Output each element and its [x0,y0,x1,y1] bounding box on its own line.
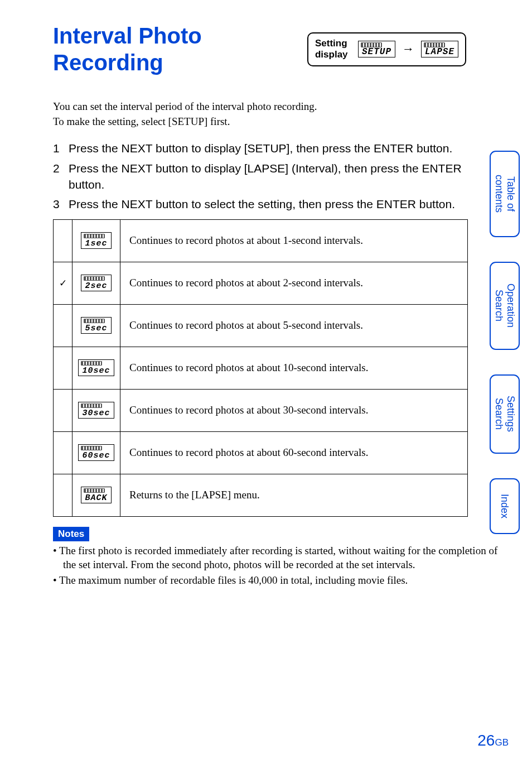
check-cell [54,219,72,262]
table-row: 5sec Continues to record photos at about… [54,304,468,347]
table-row: ✓ 2sec Continues to record photos at abo… [54,262,468,304]
lcd-cell: 60sec [72,431,120,474]
desc-cell: Continues to record photos at about 1-se… [120,219,468,262]
tab-operation-search[interactable]: Operation Search [490,262,520,350]
step-3: Press the NEXT button to select the sett… [53,196,499,212]
table-row: 10sec Continues to record photos at abou… [54,347,468,389]
lcd-cell: 30sec [72,389,120,431]
tab-index[interactable]: Index [490,478,520,534]
settings-table: 1sec Continues to record photos at about… [53,219,468,517]
steps-list: Press the NEXT button to display [SETUP]… [53,140,499,213]
lcd-cell: 10sec [72,347,120,389]
page-number: 26GB [477,732,509,749]
arrow-right-icon: → [402,42,414,56]
note-item: The maximum number of recordable files i… [53,573,499,588]
intro-text: You can set the interval period of the i… [53,99,499,129]
desc-cell: Returns to the [LAPSE] menu. [120,474,468,516]
check-cell [54,389,72,431]
lcd-cell: 5sec [72,304,120,347]
check-cell [54,474,72,516]
notes-label: Notes [53,527,89,541]
note-item: The first photo is recorded immediately … [53,544,499,572]
table-row: 60sec Continues to record photos at abou… [54,431,468,474]
desc-cell: Continues to record photos at about 2-se… [120,262,468,304]
check-cell: ✓ [54,262,72,304]
check-cell [54,431,72,474]
check-icon: ✓ [59,278,67,289]
step-1: Press the NEXT button to display [SETUP]… [53,140,499,156]
desc-cell: Continues to record photos at about 60-s… [120,431,468,474]
intro-line-1: You can set the interval period of the i… [53,99,499,114]
lcd-cell: 1sec [72,219,120,262]
check-cell [54,347,72,389]
table-row: 1sec Continues to record photos at about… [54,219,468,262]
tab-table-of-contents[interactable]: Table of contents [490,151,520,237]
page-title: Interval Photo Recording [53,22,304,76]
desc-cell: Continues to record photos at about 10-s… [120,347,468,389]
check-cell [54,304,72,347]
setting-display-box: Setting display SETUP → LAPSE [307,32,466,66]
table-row: BACK Returns to the [LAPSE] menu. [54,474,468,516]
lapse-lcd: LAPSE [421,41,458,57]
side-tabs: Table of contents Operation Search Setti… [490,151,520,534]
desc-cell: Continues to record photos at about 5-se… [120,304,468,347]
tab-settings-search[interactable]: Settings Search [490,374,520,454]
desc-cell: Continues to record photos at about 30-s… [120,389,468,431]
notes-section: Notes The first photo is recorded immedi… [53,527,499,588]
step-2: Press the NEXT button to display [LAPSE]… [53,160,499,193]
setup-lcd: SETUP [358,41,395,57]
setting-display-label: Setting display [315,38,351,61]
intro-line-2: To make the setting, select [SETUP] firs… [53,114,499,129]
lcd-cell: BACK [72,474,120,516]
table-row: 30sec Continues to record photos at abou… [54,389,468,431]
notes-list: The first photo is recorded immediately … [53,544,499,588]
lcd-cell: 2sec [72,262,120,304]
